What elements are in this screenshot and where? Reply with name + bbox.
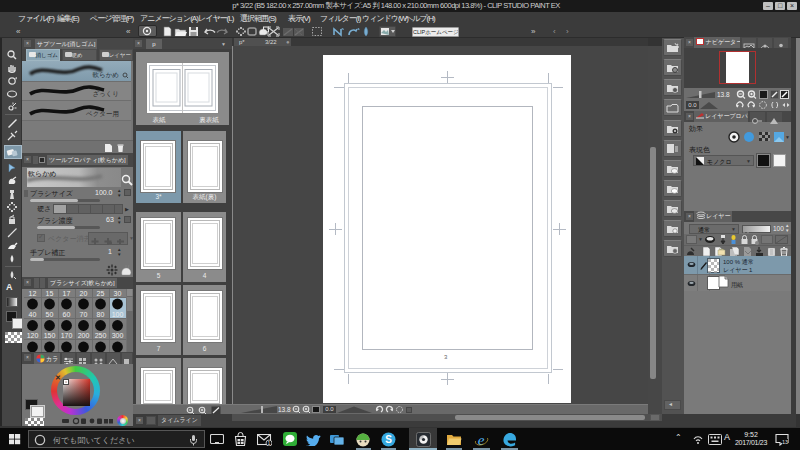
svg-text:50: 50 [46,311,54,318]
svg-text:120: 120 [27,332,39,339]
svg-text:250: 250 [95,332,107,339]
svg-text:40: 40 [29,311,37,318]
svg-text:100: 100 [112,311,124,318]
svg-text:15: 15 [46,290,54,297]
svg-text:200: 200 [78,332,90,339]
svg-text:25: 25 [97,290,105,297]
svg-text:70: 70 [80,311,88,318]
svg-text:13: 13 [782,439,788,445]
svg-text:150: 150 [44,332,56,339]
svg-text:80: 80 [97,311,105,318]
svg-text:30: 30 [114,290,122,297]
svg-text:170: 170 [61,332,73,339]
svg-text:S: S [385,434,392,445]
svg-text:1: 1 [268,440,271,446]
svg-text:20: 20 [80,290,88,297]
svg-text:17: 17 [63,290,71,297]
svg-text:12: 12 [29,290,37,297]
svg-text:300: 300 [112,332,124,339]
svg-text:60: 60 [63,311,71,318]
